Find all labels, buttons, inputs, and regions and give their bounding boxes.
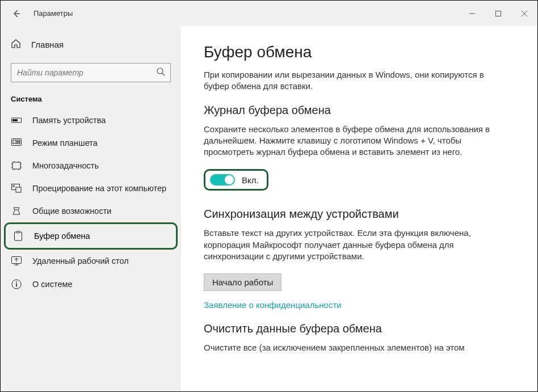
tablet-icon	[11, 138, 22, 147]
sidebar-item-label: О системе	[32, 280, 72, 289]
sidebar-item-storage[interactable]: Память устройства	[1, 109, 181, 132]
projecting-icon	[11, 184, 22, 193]
storage-icon	[11, 117, 22, 124]
maximize-icon	[495, 10, 502, 17]
history-toggle-label: Вкл.	[242, 175, 259, 185]
svg-rect-11	[15, 232, 22, 241]
svg-rect-12	[16, 231, 20, 233]
sidebar-item-label: Проецирование на этот компьютер	[32, 184, 166, 193]
sidebar-item-tablet[interactable]: Режим планшета	[1, 132, 181, 154]
app-title: Параметры	[33, 9, 73, 18]
sidebar-item-label: Удаленный рабочий стол	[32, 256, 129, 265]
intro-text: При копировании или вырезании данных в W…	[204, 69, 499, 92]
window-controls	[459, 5, 537, 23]
sidebar-item-label: Общие возможности	[32, 206, 111, 216]
get-started-button[interactable]: Начало работы	[204, 273, 281, 291]
clipboard-icon	[12, 231, 24, 241]
clear-desc: Очистите все (за исключением закрепленны…	[204, 342, 499, 353]
history-toggle[interactable]	[210, 174, 235, 186]
sidebar-item-label: Буфер обмена	[34, 231, 90, 241]
nav-home[interactable]: Главная	[1, 34, 181, 55]
svg-rect-7	[17, 142, 20, 144]
search-icon	[156, 67, 165, 78]
svg-rect-0	[496, 11, 501, 16]
sidebar-item-about[interactable]: О системе	[1, 272, 181, 296]
sidebar-item-multitask[interactable]: Многозадачность	[1, 154, 181, 177]
sidebar-item-clipboard[interactable]: Буфер обмена	[4, 222, 178, 250]
svg-rect-8	[12, 162, 20, 169]
privacy-link[interactable]: Заявление о конфиденциальности	[204, 300, 515, 310]
sidebar-item-label: Режим планшета	[32, 138, 98, 147]
sidebar-item-label: Многозадачность	[32, 161, 99, 170]
home-icon	[11, 39, 21, 50]
search-input[interactable]	[11, 63, 171, 82]
history-heading: Журнал буфера обмена	[204, 104, 515, 117]
sidebar: Главная Система Память устройства Режим …	[1, 26, 181, 391]
sync-desc: Вставьте текст на других устройствах. Ес…	[204, 227, 499, 262]
close-icon	[521, 10, 528, 17]
close-button[interactable]	[511, 5, 537, 23]
back-button[interactable]	[9, 6, 23, 21]
search-wrap	[11, 63, 171, 82]
history-toggle-wrap: Вкл.	[204, 169, 268, 191]
sidebar-item-remote[interactable]: Удаленный рабочий стол	[1, 250, 181, 272]
back-arrow-icon	[11, 9, 20, 18]
sidebar-item-shared[interactable]: Общие возможности	[1, 200, 181, 222]
svg-rect-16	[16, 284, 17, 287]
minimize-icon	[469, 10, 476, 17]
about-icon	[11, 279, 22, 289]
svg-rect-10	[16, 187, 21, 192]
page-title: Буфер обмена	[204, 43, 515, 61]
multitask-icon	[11, 161, 22, 170]
svg-point-15	[16, 281, 17, 283]
minimize-button[interactable]	[459, 5, 485, 23]
titlebar: Параметры	[1, 1, 537, 26]
clear-heading: Очистить данные буфера обмена	[204, 322, 515, 335]
sidebar-item-label: Память устройства	[32, 116, 106, 125]
content-area: Буфер обмена При копировании или вырезан…	[181, 26, 537, 391]
sidebar-item-projecting[interactable]: Проецирование на этот компьютер	[1, 177, 181, 200]
toggle-knob	[225, 175, 234, 184]
svg-rect-6	[17, 140, 20, 142]
nav-home-label: Главная	[31, 40, 64, 49]
svg-point-1	[157, 68, 163, 74]
section-label: Система	[1, 92, 181, 109]
remote-icon	[11, 256, 22, 265]
history-desc: Сохраните несколько элементов в буфере о…	[204, 124, 499, 158]
shared-icon	[11, 206, 22, 216]
sync-heading: Синхронизация между устройствами	[204, 208, 515, 221]
maximize-button[interactable]	[485, 5, 511, 23]
svg-rect-3	[12, 119, 18, 121]
svg-rect-5	[13, 140, 16, 144]
